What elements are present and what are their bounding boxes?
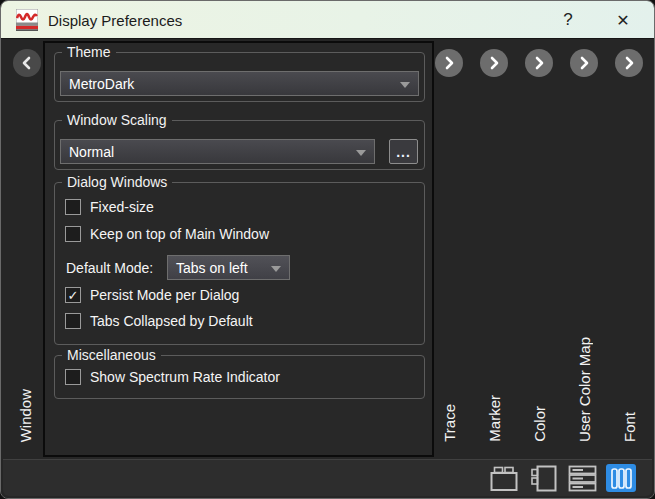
persist-mode-row: ✓ Persist Mode per Dialog (65, 287, 239, 303)
tabs-on-top-icon (490, 465, 519, 492)
theme-combobox-value: MetroDark (69, 76, 134, 92)
tab-font[interactable]: Font (621, 412, 638, 442)
persist-mode-checkbox[interactable]: ✓ (65, 287, 81, 303)
spectrum-rate-checkbox[interactable] (65, 369, 81, 385)
default-mode-combobox[interactable]: Tabs on left (167, 255, 290, 280)
dialog-title: Display Preferences (48, 1, 182, 39)
chevron-right-icon (525, 49, 553, 77)
persist-mode-label: Persist Mode per Dialog (90, 287, 239, 303)
stacked-rows-view-button[interactable] (567, 464, 597, 492)
theme-group: Theme MetroDark (54, 52, 425, 102)
window-scaling-combobox-value: Normal (69, 144, 114, 160)
keep-on-top-row: Keep on top of Main Window (65, 226, 269, 242)
vertical-columns-view-button[interactable] (606, 464, 636, 492)
window-scaling-group-label: Window Scaling (62, 112, 172, 128)
scroll-tab-forward-button-5[interactable] (615, 49, 643, 77)
spectrum-rate-row: Show Spectrum Rate Indicator (65, 369, 280, 385)
app-logo-icon (16, 9, 38, 31)
fixed-size-label: Fixed-size (90, 199, 154, 215)
chevron-right-icon (570, 49, 598, 77)
chevron-right-icon (615, 49, 643, 77)
chevron-right-icon (435, 49, 463, 77)
close-button[interactable]: ✕ (600, 1, 646, 39)
fixed-size-checkbox[interactable] (65, 199, 81, 215)
tabs-collapsed-label: Tabs Collapsed by Default (90, 313, 253, 329)
dialog-body: Window Trace Marker Color User Color Map… (1, 39, 654, 498)
vertical-columns-icon (607, 465, 636, 492)
scroll-tabs-back-button[interactable] (13, 49, 41, 77)
window-settings-panel: Theme MetroDark Window Scaling Normal ..… (43, 41, 434, 457)
tabs-on-left-icon (529, 465, 558, 492)
scaling-more-button[interactable]: ... (389, 139, 418, 164)
scroll-tab-forward-button-1[interactable] (435, 49, 463, 77)
miscellaneous-group-label: Miscellaneous (62, 347, 161, 363)
dropdown-arrow-icon (271, 266, 281, 272)
default-mode-combobox-value: Tabs on left (176, 260, 248, 276)
stacked-rows-icon (568, 465, 597, 492)
dialog-windows-group: Dialog Windows Fixed-size Keep on top of… (54, 182, 425, 345)
scroll-tab-forward-button-4[interactable] (570, 49, 598, 77)
help-button[interactable]: ? (546, 1, 590, 39)
window-scaling-group: Window Scaling Normal ... (54, 120, 425, 170)
tabs-on-left-view-button[interactable] (528, 464, 558, 492)
chevron-right-icon (480, 49, 508, 77)
keep-on-top-checkbox[interactable] (65, 226, 81, 242)
dialog-windows-group-label: Dialog Windows (62, 174, 172, 190)
chevron-left-icon (13, 49, 41, 77)
titlebar[interactable]: Display Preferences ? ✕ (1, 1, 654, 39)
tab-trace[interactable]: Trace (441, 404, 458, 442)
keep-on-top-label: Keep on top of Main Window (90, 226, 269, 242)
spectrum-rate-label: Show Spectrum Rate Indicator (90, 369, 280, 385)
scroll-tab-forward-button-3[interactable] (525, 49, 553, 77)
dropdown-arrow-icon (400, 82, 410, 88)
miscellaneous-group: Miscellaneous Show Spectrum Rate Indicat… (54, 355, 425, 399)
tab-window[interactable]: Window (17, 389, 34, 442)
display-preferences-dialog: Display Preferences ? ✕ Window Trac (0, 0, 655, 499)
theme-combobox[interactable]: MetroDark (60, 71, 419, 96)
tabs-collapsed-checkbox[interactable] (65, 313, 81, 329)
tabs-collapsed-row: Tabs Collapsed by Default (65, 313, 253, 329)
fixed-size-row: Fixed-size (65, 199, 154, 215)
scroll-tab-forward-button-2[interactable] (480, 49, 508, 77)
tab-color[interactable]: Color (531, 406, 548, 442)
dropdown-arrow-icon (356, 150, 366, 156)
window-scaling-combobox[interactable]: Normal (60, 139, 375, 164)
tab-marker[interactable]: Marker (486, 395, 503, 442)
tab-user-color-map[interactable]: User Color Map (576, 337, 593, 442)
tabs-on-top-view-button[interactable] (489, 464, 519, 492)
theme-group-label: Theme (62, 44, 116, 60)
statusbar (3, 459, 652, 496)
default-mode-label: Default Mode: (66, 260, 153, 276)
